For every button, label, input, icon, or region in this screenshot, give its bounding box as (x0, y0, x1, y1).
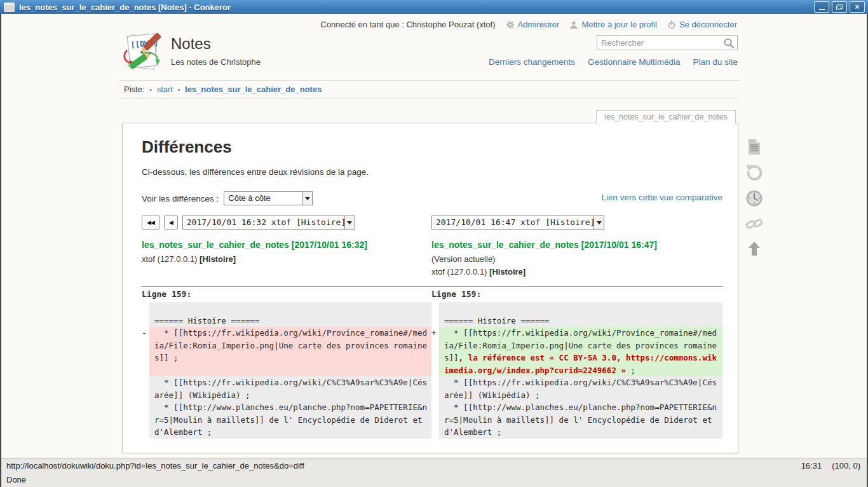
breadcrumb-separator: • (175, 86, 183, 93)
window-titlebar: les_notes_sur_le_cahier_de_notes [Notes]… (0, 0, 868, 14)
diff-view-value: Côte à côte (224, 192, 302, 205)
diff-context-before-right: ====== Histoire ====== (439, 302, 722, 327)
new-revision-user: xtof (127.0.0.1) (431, 267, 489, 277)
diff-view-label: Voir les différences : (142, 194, 219, 203)
content-panel: Différences Ci-dessous, les différences … (122, 123, 738, 453)
site-title[interactable]: Notes (171, 35, 211, 53)
user-icon (569, 20, 578, 29)
media-manager-link[interactable]: Gestionnaire Multimédia (588, 57, 681, 67)
user-toolbar: Connecté en tant que : Christophe Pouzat… (320, 20, 737, 29)
new-line-header: Ligne 159: (431, 286, 722, 302)
status-right: 16:31 (100, 0) (801, 461, 860, 470)
diff-added-line: * [[https://fr.wikipedia.org/wiki/Provin… (439, 327, 722, 376)
close-icon: × (855, 3, 859, 11)
diff-context-cell: ====== Histoire ====== (431, 302, 722, 327)
window-icon (4, 3, 15, 12)
diff-line-headers: Ligne 159: Ligne 159: (142, 286, 722, 302)
diff-added-marker: + (431, 327, 439, 376)
diff-intro: Ci-dessous, les différences entre deux r… (142, 167, 722, 177)
restore-icon (836, 4, 843, 10)
diff-context-cell: * [[https://fr.wikipedia.org/wiki/C%C3%A… (142, 376, 431, 439)
diff-column-headers: les_notes_sur_le_cahier_de_notes [2017/1… (142, 238, 722, 286)
status-url: http://localhost/dokuwiki/doku.php?id=le… (6, 461, 304, 470)
old-revision-value: 2017/10/01 16:32 xtof [Histoire] (183, 216, 344, 229)
diff-context-after-right: * [[https://fr.wikipedia.org/wiki/C%C3%A… (439, 376, 722, 439)
chevron-down-icon (344, 216, 355, 229)
compare-view-link[interactable]: Lien vers cette vue comparative (601, 193, 722, 202)
new-revision-select[interactable]: 2017/10/01 16:47 xtof [Histoire] (431, 216, 604, 230)
conkeror-window: les_notes_sur_le_cahier_de_notes [Notes]… (0, 0, 868, 487)
old-revision-title-link[interactable]: les_notes_sur_le_cahier_de_notes [2017/1… (142, 238, 431, 251)
logout-link[interactable]: Se déconnecter (679, 20, 737, 29)
breadcrumb: Piste: • start • les_notes_sur_le_cahier… (119, 80, 739, 99)
old-revision-header: les_notes_sur_le_cahier_de_notes [2017/1… (142, 238, 431, 286)
page-name-tab: les_notes_sur_le_cahier_de_notes (596, 110, 736, 123)
diff-deleted-cell: - * [[https://fr.wikipedia.org/wiki/Prov… (142, 327, 431, 376)
minimize-button[interactable] (814, 1, 829, 13)
status-done: Done (6, 475, 26, 484)
diff-table: ====== Histoire ====== ====== Histoire =… (142, 302, 722, 439)
recent-changes-link[interactable]: Derniers changements (489, 57, 575, 67)
page-icon[interactable] (747, 139, 762, 158)
gear-icon (506, 20, 515, 29)
diff-context-after-left: * [[https://fr.wikipedia.org/wiki/C%C3%A… (149, 376, 431, 439)
site-tools: Derniers changements Gestionnaire Multim… (489, 57, 738, 67)
breadcrumb-label: Piste: (124, 85, 145, 94)
status-bar: http://localhost/dokuwiki/doku.php?id=le… (0, 458, 868, 487)
sitemap-link[interactable]: Plan du site (693, 57, 738, 67)
diff-deleted-marker: - (142, 327, 149, 376)
previous-revision-button[interactable]: ◀ (164, 216, 178, 230)
new-revision-title-link[interactable]: les_notes_sur_le_cahier_de_notes [2017/1… (431, 238, 722, 251)
revert-icon[interactable] (745, 163, 763, 184)
diff-context-cell: ====== Histoire ====== (142, 302, 431, 327)
page-tools (745, 139, 764, 259)
old-revision-action: [Histoire] (200, 254, 236, 264)
current-version-note: (Version actuelle) (431, 253, 722, 266)
breadcrumb-item-current[interactable]: les_notes_sur_le_cahier_de_notes (185, 85, 322, 94)
chevron-down-icon (593, 216, 604, 229)
close-button[interactable]: × (850, 1, 865, 13)
search-icon[interactable] (723, 38, 735, 51)
old-revision-user: xtof (127.0.0.1) (142, 254, 200, 264)
new-revision-value: 2017/10/01 16:47 xtof [Histoire] (432, 216, 593, 229)
breadcrumb-separator: • (147, 86, 154, 93)
backlink-icon[interactable] (745, 216, 763, 235)
diff-added-cell: + * [[https://fr.wikipedia.org/wiki/Prov… (431, 327, 722, 376)
search-input[interactable] (597, 36, 737, 50)
diff-deleted-line: * [[https://fr.wikipedia.org/wiki/Provin… (149, 327, 431, 376)
diff-view-select[interactable]: Côte à côte (224, 191, 313, 205)
restore-button[interactable] (832, 1, 847, 13)
minimize-icon (819, 9, 825, 10)
top-icon[interactable] (747, 240, 762, 259)
status-coordinates: (100, 0) (832, 461, 860, 470)
dokuwiki-logo[interactable]: [[DW]] (121, 31, 165, 74)
new-revision-header: les_notes_sur_le_cahier_de_notes [2017/1… (431, 238, 722, 286)
clock-icon[interactable] (745, 189, 763, 210)
search-box (597, 35, 738, 50)
window-title: les_notes_sur_le_cahier_de_notes [Notes]… (19, 3, 811, 12)
revision-nav-row: ◀◀ ◀ 2017/10/01 16:32 xtof [Histoire] 20… (142, 216, 722, 230)
diff-view-row: Voir les différences : Côte à côte Lien … (142, 191, 722, 206)
chevron-down-icon (302, 192, 312, 205)
power-icon (667, 20, 676, 29)
browser-viewport: Connecté en tant que : Christophe Pouzat… (0, 14, 868, 458)
diff-context-before-left: ====== Histoire ====== (149, 302, 431, 327)
update-profile-link[interactable]: Mettre à jour le profil (581, 20, 657, 29)
status-time: 16:31 (801, 461, 822, 470)
diff-added-highlight: , la référence est « CC BY-SA 3.0, https… (444, 353, 717, 375)
site-tagline: Les notes de Christophe (171, 57, 261, 67)
page-title: Différences (142, 137, 722, 157)
new-revision-action: [Histoire] (489, 267, 526, 277)
diff-context-cell: * [[https://fr.wikipedia.org/wiki/C%C3%A… (431, 376, 722, 439)
old-revision-select[interactable]: 2017/10/01 16:32 xtof [Histoire] (182, 216, 355, 230)
first-revision-button[interactable]: ◀◀ (142, 216, 159, 230)
admin-link[interactable]: Administrer (518, 20, 560, 29)
logged-in-text: Connecté en tant que : Christophe Pouzat… (320, 20, 495, 29)
breadcrumb-item-start[interactable]: start (157, 85, 173, 94)
old-line-header: Ligne 159: (142, 286, 431, 302)
